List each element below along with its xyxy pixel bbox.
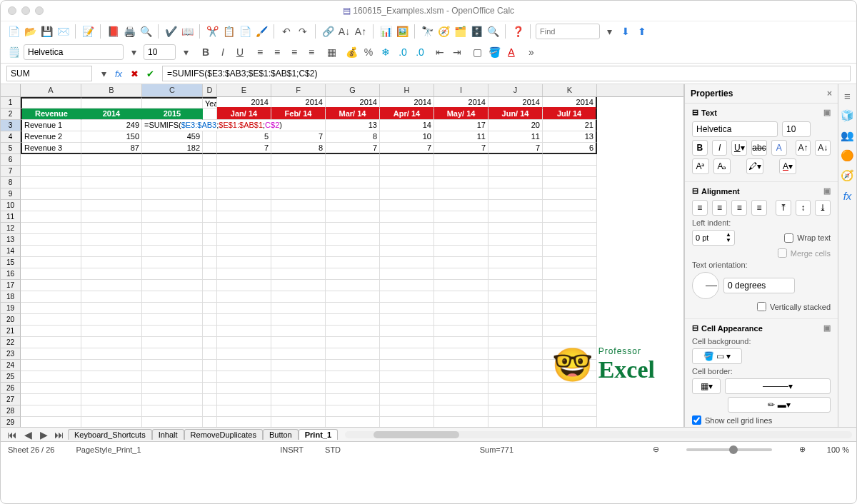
- cell[interactable]: [217, 417, 271, 427]
- cell[interactable]: [434, 257, 488, 268]
- cell[interactable]: [380, 246, 434, 257]
- cell[interactable]: [203, 394, 217, 405]
- cell[interactable]: [380, 348, 434, 360]
- cell[interactable]: [271, 177, 326, 188]
- cell[interactable]: [434, 188, 488, 200]
- cell[interactable]: [434, 383, 488, 394]
- cell[interactable]: [203, 131, 217, 143]
- cell[interactable]: [203, 200, 217, 211]
- col-header[interactable]: C: [142, 84, 203, 96]
- row-header[interactable]: 18: [1, 291, 21, 303]
- cell[interactable]: [488, 166, 543, 177]
- cell[interactable]: 2014: [380, 97, 434, 109]
- page-style[interactable]: PageStyle_Print_1: [76, 445, 141, 454]
- row-header[interactable]: 24: [1, 360, 21, 371]
- toolbar-more-icon[interactable]: »: [524, 45, 538, 59]
- percent-icon[interactable]: %: [361, 45, 376, 59]
- cell[interactable]: [203, 188, 217, 200]
- cell[interactable]: 2014: [543, 97, 597, 109]
- cell[interactable]: [203, 405, 217, 417]
- cell[interactable]: 150: [81, 131, 142, 143]
- cell[interactable]: [203, 166, 217, 177]
- cell[interactable]: [326, 200, 380, 211]
- cell[interactable]: [271, 326, 326, 337]
- cell[interactable]: [217, 291, 271, 303]
- cell[interactable]: [21, 177, 81, 188]
- valign-bottom-icon[interactable]: ⤓: [815, 200, 831, 216]
- cell[interactable]: [488, 257, 543, 268]
- cell[interactable]: [271, 348, 326, 360]
- row-header[interactable]: 7: [1, 166, 21, 177]
- cell[interactable]: [217, 360, 271, 371]
- selection-mode[interactable]: STD: [325, 445, 341, 454]
- cell[interactable]: [326, 268, 380, 280]
- cell[interactable]: [81, 257, 142, 268]
- row-header[interactable]: 29: [1, 417, 21, 427]
- cell[interactable]: [21, 166, 81, 177]
- cell[interactable]: [488, 394, 543, 405]
- cell[interactable]: [142, 97, 203, 109]
- cell[interactable]: [434, 234, 488, 246]
- cell[interactable]: [21, 326, 81, 337]
- open-icon[interactable]: 📂: [23, 24, 37, 39]
- cell[interactable]: [543, 246, 597, 257]
- formula-input[interactable]: [162, 66, 851, 81]
- cell[interactable]: [380, 314, 434, 326]
- cell[interactable]: [326, 188, 380, 200]
- cell[interactable]: [271, 166, 326, 177]
- cell[interactable]: [271, 337, 326, 348]
- cell[interactable]: [488, 177, 543, 188]
- cell[interactable]: [21, 417, 81, 427]
- cell[interactable]: [203, 177, 217, 188]
- side-underline-icon[interactable]: U▾: [731, 140, 747, 156]
- cell[interactable]: [81, 234, 142, 246]
- cell[interactable]: [203, 223, 217, 234]
- zoom-slider[interactable]: [686, 448, 772, 451]
- cell[interactable]: [203, 246, 217, 257]
- cell[interactable]: [488, 234, 543, 246]
- row-header[interactable]: 23: [1, 348, 21, 360]
- sort-desc-icon[interactable]: A↑: [354, 24, 368, 39]
- cell[interactable]: [203, 337, 217, 348]
- cell[interactable]: [488, 371, 543, 383]
- cell[interactable]: 8: [326, 131, 380, 143]
- cell[interactable]: [380, 394, 434, 405]
- bgcolor-icon[interactable]: 🪣: [487, 45, 501, 59]
- align-center-icon[interactable]: ≡: [270, 45, 284, 59]
- zoom-icon[interactable]: 🔍: [486, 24, 500, 39]
- row-header[interactable]: 2: [1, 109, 21, 120]
- cell[interactable]: [434, 405, 488, 417]
- cell[interactable]: [543, 371, 597, 383]
- cell[interactable]: [203, 360, 217, 371]
- indent-spinner[interactable]: 0 pt▲▼: [692, 230, 735, 246]
- cell[interactable]: [326, 211, 380, 223]
- row-header[interactable]: 21: [1, 326, 21, 337]
- cell[interactable]: [488, 154, 543, 166]
- email-icon[interactable]: ✉️: [56, 24, 70, 39]
- col-header[interactable]: G: [326, 84, 380, 96]
- cell[interactable]: [271, 383, 326, 394]
- find-next-icon[interactable]: ⬇: [618, 24, 633, 39]
- navigator-deck-icon[interactable]: 🧭: [841, 168, 855, 183]
- cell[interactable]: [543, 394, 597, 405]
- styles-icon[interactable]: 🗒️: [6, 45, 21, 59]
- cell[interactable]: [543, 417, 597, 427]
- print-icon[interactable]: 🖨️: [122, 24, 136, 39]
- cell[interactable]: Jul/ 14: [543, 109, 597, 120]
- cell[interactable]: [326, 360, 380, 371]
- undo-icon[interactable]: ↶: [279, 24, 294, 39]
- export-pdf-icon[interactable]: 📕: [106, 24, 120, 39]
- cell[interactable]: [81, 417, 142, 427]
- cell[interactable]: 7: [217, 143, 271, 154]
- cell[interactable]: [142, 211, 203, 223]
- cell[interactable]: [81, 291, 142, 303]
- cell[interactable]: [81, 211, 142, 223]
- cell[interactable]: [380, 383, 434, 394]
- cell[interactable]: [434, 371, 488, 383]
- cut-icon[interactable]: ✂️: [205, 24, 219, 39]
- row-header[interactable]: 17: [1, 280, 21, 291]
- vertically-stacked-check[interactable]: Vertically stacked: [757, 302, 831, 311]
- sheet-tab[interactable]: Keyboard_Shortcuts: [68, 429, 152, 440]
- cell[interactable]: [21, 394, 81, 405]
- cell[interactable]: [271, 394, 326, 405]
